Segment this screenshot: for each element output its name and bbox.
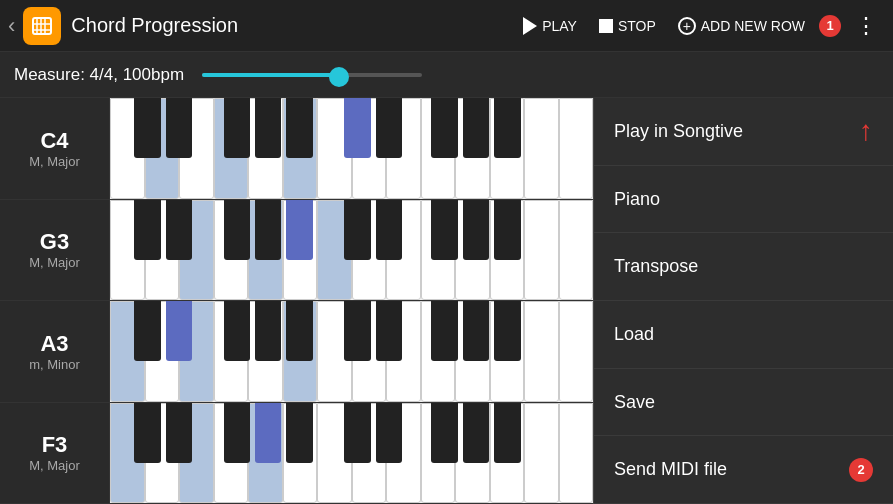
- back-button[interactable]: ‹: [8, 13, 15, 39]
- white-key[interactable]: [490, 200, 525, 301]
- more-options-button[interactable]: ⋮: [847, 9, 885, 43]
- white-key[interactable]: [145, 403, 180, 504]
- menu-item-transpose[interactable]: Transpose: [594, 233, 893, 301]
- white-key[interactable]: [455, 403, 490, 504]
- chord-name: G3: [40, 229, 69, 255]
- tempo-slider[interactable]: [202, 73, 422, 77]
- chord-label-a3: A3 m, Minor: [0, 301, 110, 402]
- chord-subtype: m, Minor: [29, 357, 80, 372]
- play-icon: [523, 17, 537, 35]
- piano-keyboard-4[interactable]: [110, 403, 593, 504]
- white-key[interactable]: [283, 98, 318, 199]
- white-key[interactable]: [490, 98, 525, 199]
- white-key[interactable]: [110, 200, 145, 301]
- piano-keyboard-3[interactable]: [110, 301, 593, 402]
- white-key[interactable]: [248, 200, 283, 301]
- chord-info: C4 M, Major: [29, 98, 80, 199]
- white-key[interactable]: [421, 403, 456, 504]
- white-key[interactable]: [214, 403, 249, 504]
- white-key[interactable]: [214, 98, 249, 199]
- white-key[interactable]: [455, 98, 490, 199]
- white-key[interactable]: [179, 98, 214, 199]
- white-key[interactable]: [524, 98, 559, 199]
- menu-item-load[interactable]: Load: [594, 301, 893, 369]
- white-key[interactable]: [283, 200, 318, 301]
- menu-item-label: Save: [614, 392, 655, 413]
- white-key[interactable]: [179, 200, 214, 301]
- white-key[interactable]: [386, 403, 421, 504]
- page-title: Chord Progression: [71, 14, 515, 37]
- menu-item-label: Piano: [614, 189, 660, 210]
- chord-row: F3 M, Major: [0, 403, 593, 505]
- chord-name: A3: [40, 331, 68, 357]
- chord-row: A3 m, Minor: [0, 301, 593, 403]
- chord-list: C4 M, Major: [0, 98, 593, 504]
- menu-item-send-midi[interactable]: Send MIDI file 2: [594, 436, 893, 504]
- add-icon: +: [678, 17, 696, 35]
- white-key[interactable]: [421, 200, 456, 301]
- white-key[interactable]: [248, 403, 283, 504]
- white-key[interactable]: [490, 301, 525, 402]
- slider-thumb[interactable]: [329, 67, 349, 87]
- play-button[interactable]: PLAY: [515, 13, 585, 39]
- white-key[interactable]: [352, 98, 387, 199]
- white-key[interactable]: [455, 200, 490, 301]
- white-key[interactable]: [352, 301, 387, 402]
- white-key[interactable]: [317, 200, 352, 301]
- notification-badge-1: 1: [819, 15, 841, 37]
- white-key[interactable]: [179, 403, 214, 504]
- app-header: ‹ Chord Progression PLAY STOP + ADD NEW …: [0, 0, 893, 52]
- chord-label-g3: G3 M, Major: [0, 200, 110, 301]
- menu-item-save[interactable]: Save: [594, 369, 893, 437]
- white-key[interactable]: [110, 301, 145, 402]
- white-key[interactable]: [283, 403, 318, 504]
- chord-info: F3 M, Major: [29, 403, 80, 504]
- white-key[interactable]: [283, 301, 318, 402]
- white-key[interactable]: [455, 301, 490, 402]
- white-key[interactable]: [145, 98, 180, 199]
- stop-button[interactable]: STOP: [591, 14, 664, 38]
- menu-item-label: Play in Songtive: [614, 121, 743, 142]
- white-key[interactable]: [559, 98, 594, 199]
- dropdown-menu: Play in Songtive ↑ Piano Transpose Load …: [593, 98, 893, 504]
- white-key[interactable]: [248, 98, 283, 199]
- chord-name: F3: [42, 432, 68, 458]
- white-key[interactable]: [490, 403, 525, 504]
- white-key[interactable]: [386, 98, 421, 199]
- white-key[interactable]: [421, 301, 456, 402]
- piano-keyboard-2[interactable]: [110, 200, 593, 301]
- slider-track: [202, 73, 422, 77]
- white-key[interactable]: [214, 301, 249, 402]
- app-icon: [23, 7, 61, 45]
- white-key[interactable]: [421, 98, 456, 199]
- white-key[interactable]: [524, 200, 559, 301]
- white-key[interactable]: [524, 301, 559, 402]
- white-key[interactable]: [386, 301, 421, 402]
- white-key[interactable]: [352, 200, 387, 301]
- white-key[interactable]: [386, 200, 421, 301]
- white-key[interactable]: [317, 98, 352, 199]
- white-key[interactable]: [317, 403, 352, 504]
- white-key[interactable]: [214, 200, 249, 301]
- add-new-row-button[interactable]: + ADD NEW ROW: [670, 13, 813, 39]
- white-key[interactable]: [145, 200, 180, 301]
- menu-item-label: Load: [614, 324, 654, 345]
- white-key[interactable]: [145, 301, 180, 402]
- arrow-up-icon: ↑: [859, 117, 873, 145]
- menu-item-play-in-songtive[interactable]: Play in Songtive ↑: [594, 98, 893, 166]
- piano-keyboard-1[interactable]: [110, 98, 593, 199]
- white-key[interactable]: [559, 200, 594, 301]
- white-key[interactable]: [524, 403, 559, 504]
- chord-subtype: M, Major: [29, 458, 80, 473]
- white-key[interactable]: [352, 403, 387, 504]
- white-key[interactable]: [110, 403, 145, 504]
- white-key[interactable]: [559, 301, 594, 402]
- white-key[interactable]: [559, 403, 594, 504]
- white-key[interactable]: [110, 98, 145, 199]
- chord-label-f3: F3 M, Major: [0, 403, 110, 504]
- white-key[interactable]: [179, 301, 214, 402]
- main-content: C4 M, Major: [0, 98, 893, 504]
- white-key[interactable]: [317, 301, 352, 402]
- menu-item-piano[interactable]: Piano: [594, 166, 893, 234]
- white-key[interactable]: [248, 301, 283, 402]
